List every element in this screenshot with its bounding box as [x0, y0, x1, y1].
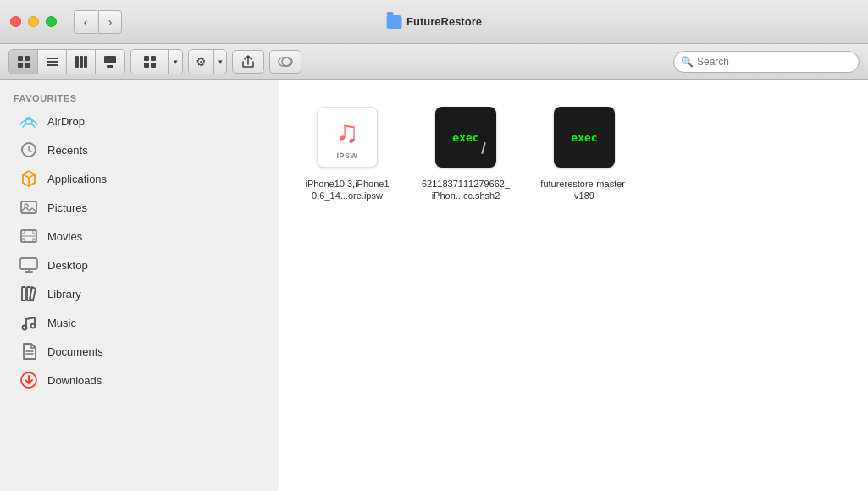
file-item-ipsw[interactable]: ♫ IPSW iPhone10,3,iPhone10,6_14...ore.ip… — [296, 97, 398, 209]
sidebar-item-pictures[interactable]: Pictures — [5, 193, 274, 222]
sidebar-item-music-label: Music — [47, 317, 76, 329]
sidebar-item-music[interactable]: Music — [5, 308, 274, 337]
view-grid-button[interactable] — [131, 50, 169, 74]
view-icon-button[interactable] — [9, 50, 38, 74]
view-columns-button[interactable] — [67, 50, 96, 74]
svg-rect-5 — [47, 61, 58, 63]
file-area: ♫ IPSW iPhone10,3,iPhone10,6_14...ore.ip… — [279, 80, 868, 491]
svg-rect-20 — [21, 201, 36, 213]
futurerestore-file-icon: exec — [550, 103, 618, 171]
folder-icon — [386, 15, 401, 29]
minimize-button[interactable] — [28, 16, 39, 27]
library-icon — [19, 284, 39, 304]
svg-point-33 — [23, 326, 27, 330]
search-icon: 🔍 — [681, 56, 694, 68]
svg-rect-16 — [279, 58, 290, 66]
sidebar-resize-handle[interactable] — [275, 80, 279, 491]
sidebar-item-desktop[interactable]: Desktop — [5, 251, 274, 279]
music-icon — [19, 312, 39, 333]
sidebar-item-movies[interactable]: Movies — [5, 222, 274, 251]
share-button[interactable] — [232, 50, 264, 74]
window-controls — [10, 16, 57, 27]
sidebar-item-applications-label: Applications — [47, 173, 107, 185]
sidebar-item-airdrop[interactable]: AirDrop — [5, 107, 274, 135]
gear-arrow-button[interactable]: ▾ — [214, 50, 226, 74]
recents-icon — [19, 140, 39, 160]
sidebar-item-recents[interactable]: Recents — [5, 135, 274, 164]
sidebar-item-desktop-label: Desktop — [47, 259, 88, 272]
sidebar-item-downloads-label: Downloads — [47, 374, 102, 387]
applications-icon — [19, 168, 39, 189]
movies-icon — [19, 226, 39, 246]
svg-rect-2 — [18, 63, 23, 68]
view-list-button[interactable] — [38, 50, 67, 74]
main-content: Favourites AirDrop Recents — [0, 80, 868, 491]
sidebar: Favourites AirDrop Recents — [0, 80, 279, 491]
exec-text-1: exec — [452, 131, 478, 144]
search-input[interactable] — [697, 56, 852, 68]
window-title: FutureRestore — [406, 15, 482, 28]
svg-rect-7 — [75, 56, 79, 68]
shsh2-file-icon: exec — [432, 103, 500, 171]
maximize-button[interactable] — [46, 16, 57, 27]
gear-button[interactable]: ⚙ — [189, 50, 214, 74]
svg-rect-0 — [18, 56, 23, 61]
sidebar-item-applications[interactable]: Applications — [5, 164, 274, 193]
futurerestore-file-name: futurerestore-master-v189 — [540, 178, 628, 202]
sidebar-item-library-label: Library — [47, 288, 81, 301]
svg-rect-12 — [144, 56, 149, 61]
svg-rect-4 — [47, 58, 58, 59]
svg-rect-14 — [144, 63, 149, 68]
svg-rect-31 — [22, 287, 25, 301]
svg-rect-8 — [80, 56, 83, 68]
itunes-music-note: ♫ — [336, 114, 359, 150]
view-cover-button[interactable] — [96, 50, 124, 74]
svg-rect-13 — [151, 56, 156, 61]
gear-group: ⚙ ▾ — [188, 49, 227, 74]
pictures-icon — [19, 197, 39, 218]
sidebar-item-documents-label: Documents — [47, 345, 103, 358]
svg-rect-9 — [84, 56, 87, 68]
close-button[interactable] — [10, 16, 21, 27]
view-grid-group: ▾ — [130, 49, 183, 74]
svg-point-34 — [31, 324, 36, 328]
search-box[interactable]: 🔍 — [673, 51, 860, 73]
svg-rect-1 — [25, 56, 30, 61]
file-item-futurerestore[interactable]: exec futurerestore-master-v189 — [534, 97, 635, 209]
svg-rect-10 — [104, 56, 116, 63]
nav-back-button[interactable]: ‹ — [74, 10, 97, 34]
cursor-1 — [481, 142, 486, 154]
sidebar-item-documents[interactable]: Documents — [5, 337, 274, 366]
toolbar: ▾ ⚙ ▾ 🔍 — [0, 44, 868, 80]
documents-icon — [19, 341, 39, 361]
sidebar-item-library[interactable]: Library — [5, 279, 274, 308]
file-item-shsh2[interactable]: exec 6211837111279662_iPhon...cc.shsh2 — [415, 97, 517, 209]
ipsw-label: IPSW — [336, 152, 357, 160]
view-grid-arrow-button[interactable]: ▾ — [169, 50, 182, 74]
sidebar-item-movies-label: Movies — [47, 230, 82, 243]
window-title-area: FutureRestore — [386, 15, 482, 29]
shsh2-file-name: 6211837111279662_iPhon...cc.shsh2 — [422, 178, 510, 202]
sidebar-item-pictures-label: Pictures — [47, 201, 87, 214]
svg-rect-6 — [47, 64, 58, 66]
svg-rect-11 — [107, 65, 113, 68]
sidebar-item-recents-label: Recents — [47, 144, 88, 157]
svg-rect-28 — [20, 258, 37, 269]
sidebar-section-title: Favourites — [0, 88, 279, 107]
desktop-icon — [19, 255, 39, 275]
nav-arrows: ‹ › — [74, 10, 122, 34]
ipsw-file-name: iPhone10,3,iPhone10,6_14...ore.ipsw — [303, 178, 391, 202]
nav-forward-button[interactable]: › — [98, 10, 122, 34]
view-toggle-group — [8, 49, 125, 74]
ipsw-file-icon: ♫ IPSW — [313, 103, 381, 171]
title-bar: ‹ › FutureRestore — [0, 0, 868, 44]
airdrop-icon — [19, 111, 39, 131]
sidebar-item-airdrop-label: AirDrop — [47, 115, 85, 128]
svg-rect-15 — [151, 63, 156, 68]
tag-button[interactable] — [269, 50, 301, 74]
svg-rect-3 — [25, 63, 30, 68]
downloads-icon — [19, 370, 39, 390]
exec-text-2: exec — [571, 131, 597, 144]
sidebar-item-downloads[interactable]: Downloads — [5, 366, 274, 394]
